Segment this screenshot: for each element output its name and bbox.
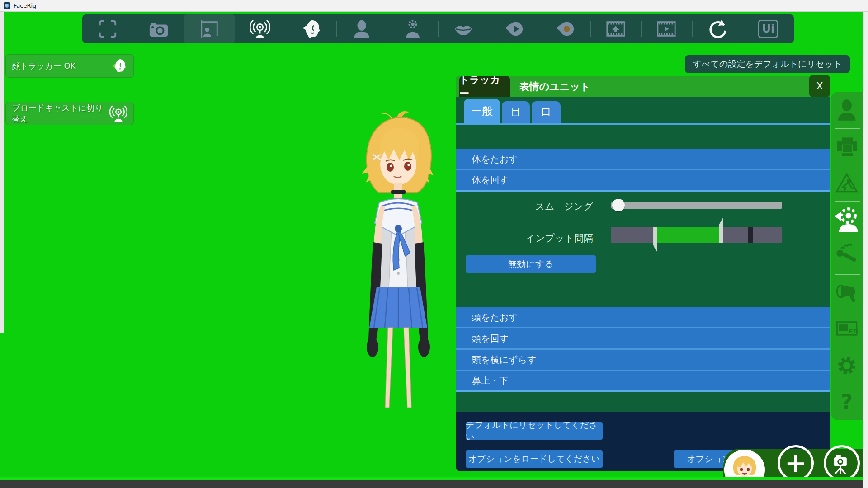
film-import-icon xyxy=(605,19,626,39)
hand-mic-icon xyxy=(835,244,859,268)
play-animation-button[interactable] xyxy=(641,14,692,43)
subtab-mouth[interactable]: 口 xyxy=(532,101,561,123)
disable-button[interactable]: 無効にする xyxy=(466,255,596,273)
subtab-eye[interactable]: 目 xyxy=(502,101,530,123)
smoothing-label: スムージング xyxy=(471,200,593,213)
subtab-underline xyxy=(456,123,830,125)
title-bar: FaceRig xyxy=(0,0,868,12)
reload-button[interactable] xyxy=(692,14,743,43)
row-head-tilt[interactable]: 頭をたおす xyxy=(456,307,830,328)
input-interval-low-handle[interactable] xyxy=(653,227,657,252)
sidebar-item-avatars[interactable] xyxy=(831,92,863,128)
row-body-turn[interactable]: 体を回す xyxy=(456,170,830,192)
smoothing-slider[interactable] xyxy=(611,202,782,209)
avatar-frame-icon xyxy=(199,19,220,39)
sidebar-item-settings[interactable] xyxy=(831,347,863,384)
broadcast-switch-button[interactable]: ブロードキャストに切り替え xyxy=(5,102,134,125)
row-nose-up-down[interactable]: 鼻上・下 xyxy=(456,371,830,392)
head-tracking-rows: 頭をたおす 頭を回す 頭を横にずらす 鼻上・下 xyxy=(456,307,830,392)
broadcast-button[interactable] xyxy=(235,14,285,43)
svg-text:ED: ED xyxy=(849,328,858,335)
face-tracker-status-button[interactable]: 顔トラッカー OK xyxy=(5,54,134,78)
face-tracker-icon xyxy=(109,57,127,75)
frame-select-button[interactable] xyxy=(82,14,133,43)
sidebar-item-community[interactable] xyxy=(831,274,863,311)
reset-all-settings-button[interactable]: すべての設定をデフォルトにリセット xyxy=(685,55,850,73)
right-sidebar: ED ? xyxy=(831,92,863,420)
snapshot-button[interactable] xyxy=(133,14,184,43)
row-body-tilt[interactable]: 体をたおす xyxy=(456,149,830,170)
avatar-frame-button[interactable] xyxy=(184,14,235,43)
megaphone-icon xyxy=(835,281,859,304)
face-play-icon xyxy=(504,19,524,39)
input-interval-active-range xyxy=(657,227,719,243)
panel-close-button[interactable]: X xyxy=(809,75,830,97)
input-interval-marker xyxy=(748,227,753,243)
avatar-icon xyxy=(351,19,372,39)
avatar-select-button[interactable] xyxy=(336,14,387,43)
tracker-settings-panel: トラッカー 表情のユニット X 一般 目 口 体をたおす 体を回す スムージング… xyxy=(456,76,830,450)
avatar-settings-icon xyxy=(402,19,423,39)
input-interval-high-handle[interactable] xyxy=(719,218,723,243)
subtab-general[interactable]: 一般 xyxy=(464,99,500,123)
right-edge-strip xyxy=(863,12,868,488)
sidebar-item-props[interactable] xyxy=(831,165,863,202)
gear-icon xyxy=(835,354,859,377)
sidebar-item-help[interactable]: ? xyxy=(831,384,863,420)
camera-icon xyxy=(148,19,169,39)
lips-icon xyxy=(453,19,474,39)
reload-icon xyxy=(707,19,728,39)
tab-expression-units[interactable]: 表情のユニット xyxy=(512,76,598,97)
avatars-icon xyxy=(835,98,859,122)
sidebar-item-voice[interactable] xyxy=(831,238,863,274)
editor-ed-icon: ED xyxy=(835,317,859,341)
scene-camera-button[interactable] xyxy=(824,445,860,481)
row-head-turn[interactable]: 頭を回す xyxy=(456,328,830,350)
broadcast-icon xyxy=(250,19,270,39)
help-icon: ? xyxy=(841,390,853,413)
app-icon xyxy=(4,2,10,9)
body-tracking-rows: 体をたおす 体を回す xyxy=(456,149,830,192)
avatar-settings-button[interactable] xyxy=(387,14,438,43)
face-tracking-icon xyxy=(301,19,321,39)
sidebar-item-backgrounds[interactable] xyxy=(831,128,863,165)
sidebar-item-editor[interactable]: ED xyxy=(831,311,863,347)
props-icon xyxy=(835,171,859,195)
ui-toggle-icon: Ui xyxy=(758,20,778,38)
film-play-icon xyxy=(656,19,677,39)
face-record-icon xyxy=(555,19,576,39)
avatar-character xyxy=(341,108,454,411)
camera-tripod-icon xyxy=(830,451,854,475)
broadcast-switch-label: ブロードキャストに切り替え xyxy=(12,103,109,124)
face-tracking-button[interactable] xyxy=(286,14,336,43)
window-title: FaceRig xyxy=(14,2,36,9)
input-interval-label: インプット間隔 xyxy=(471,232,593,244)
ui-toggle-button[interactable]: Ui xyxy=(743,14,793,43)
smoothing-slider-handle[interactable] xyxy=(612,199,625,211)
row-head-shift[interactable]: 頭を横にずらす xyxy=(456,350,830,371)
left-edge-strip xyxy=(0,12,4,333)
load-options-button[interactable]: オプションをロードしてください xyxy=(466,450,603,468)
main-toolbar: Ui xyxy=(82,14,794,43)
record-button[interactable] xyxy=(540,14,590,43)
frame-select-icon xyxy=(97,19,118,39)
backgrounds-icon xyxy=(835,135,859,158)
input-interval-slider[interactable] xyxy=(611,227,782,243)
tracking-settings-icon xyxy=(833,206,860,233)
add-avatar-button[interactable]: + xyxy=(778,445,814,481)
tab-tracker[interactable]: トラッカー xyxy=(459,76,510,97)
face-tracker-status-label: 顔トラッカー OK xyxy=(12,61,109,71)
playback-button[interactable] xyxy=(489,14,539,43)
broadcast-icon xyxy=(109,104,127,122)
reset-to-default-button[interactable]: デフォルトにリセットしてください xyxy=(466,422,603,440)
panel-body: 一般 目 口 体をたおす 体を回す スムージング インプット間隔 無効にする 頭… xyxy=(456,97,830,450)
sidebar-item-tracking-settings[interactable] xyxy=(831,201,863,238)
bottom-bar xyxy=(0,480,863,488)
lip-sync-button[interactable] xyxy=(438,14,489,43)
import-animation-button[interactable] xyxy=(590,14,641,43)
avatar-quick-bar: + xyxy=(723,449,863,480)
